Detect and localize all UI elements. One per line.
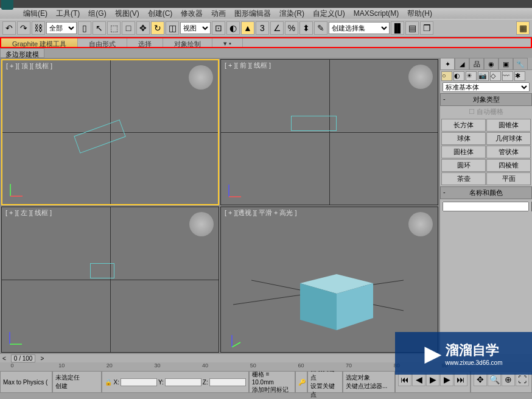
angle-icon[interactable]: ∠ <box>270 21 284 35</box>
geosphere-button[interactable]: 几何球体 <box>486 132 531 145</box>
ribbon-paint[interactable]: 对象绘制 <box>163 38 212 47</box>
utilities-tab-icon[interactable]: 🔧 <box>513 58 528 70</box>
menu-graph[interactable]: 图形编辑器 <box>231 7 275 20</box>
grid-status: 栅格 = 10.0mm <box>252 370 293 386</box>
named-sel-select[interactable]: 创建选择集 <box>329 22 390 34</box>
object-name-input[interactable] <box>443 202 529 211</box>
cylinder-button[interactable]: 圆柱体 <box>441 146 486 158</box>
menu-anim[interactable]: 动画 <box>208 7 229 20</box>
move-icon[interactable]: ✥ <box>136 21 150 35</box>
zoom-icon[interactable]: 🔍 <box>488 373 501 386</box>
menu-view[interactable]: 视图(V) <box>111 7 143 20</box>
pan-icon[interactable]: ✥ <box>474 373 487 386</box>
setkey-button[interactable]: 设置关键点 <box>310 382 340 399</box>
time-slider-handle[interactable]: 0 / 100 <box>11 355 36 362</box>
rollout-name-color[interactable]: -名称和颜色 <box>440 186 532 199</box>
shapes-icon[interactable]: ◐ <box>453 71 464 81</box>
cameras-icon[interactable]: 📷 <box>478 71 489 81</box>
viewport-front[interactable]: [ + ][ 前 ][ 线框 ] <box>220 59 438 205</box>
menu-render[interactable]: 渲染(R) <box>276 7 308 20</box>
plane-button[interactable]: 平面 <box>486 172 531 185</box>
systems-icon[interactable]: ✱ <box>514 71 525 81</box>
x-input[interactable] <box>121 378 157 386</box>
ribbon-graphite[interactable]: Graphite 建模工具 <box>1 38 78 47</box>
mirror-icon[interactable]: ▐▌ <box>391 21 404 35</box>
redo-icon[interactable]: ↷ <box>17 21 30 35</box>
select-icon[interactable]: ▯ <box>78 21 91 35</box>
geom-icon[interactable]: ○ <box>441 71 452 81</box>
torus-button[interactable]: 圆环 <box>441 159 486 172</box>
teapot-button[interactable]: 茶壶 <box>441 172 486 185</box>
menu-group[interactable]: 组(G) <box>85 7 110 20</box>
edit-icon[interactable]: ✎ <box>314 21 327 35</box>
display-tab-icon[interactable]: ▣ <box>499 58 513 70</box>
viewport-top[interactable]: [ + ][ 顶 ][ 线框 ] <box>1 59 219 205</box>
goto-end-icon[interactable]: ⏭ <box>454 373 467 386</box>
sel-obj[interactable]: 选定对象 <box>346 373 392 382</box>
cursor-icon[interactable]: ↖ <box>93 21 106 35</box>
snap3-icon[interactable]: 3 <box>256 21 269 35</box>
ribbon-freeform[interactable]: 自由形式 <box>78 38 127 47</box>
sub-tab-polymodel[interactable]: 多边形建模 <box>0 48 44 58</box>
menu-edit[interactable]: 编辑(E) <box>19 7 51 20</box>
percent-icon[interactable]: % <box>285 21 298 35</box>
pyramid-button[interactable]: 四棱锥 <box>486 159 531 172</box>
render-icon[interactable]: ▦ <box>516 21 530 35</box>
menu-maxscript[interactable]: MAXScript(M) <box>350 8 403 19</box>
menu-create[interactable]: 创建(C) <box>144 7 177 20</box>
ribbon-toggle[interactable]: ▾ ▪ <box>212 38 243 47</box>
menu-help[interactable]: 帮助(H) <box>404 7 436 20</box>
goto-start-icon[interactable]: ⏮ <box>398 373 411 386</box>
layers-icon[interactable]: ❐ <box>420 21 433 35</box>
tube-button[interactable]: 管状体 <box>486 146 531 158</box>
category-select[interactable]: 标准基本体 <box>443 82 530 92</box>
rollout-object-type[interactable]: -对象类型 <box>440 93 532 106</box>
refsys-select[interactable]: 视图 <box>180 22 211 34</box>
script-listener[interactable]: Max to Physics ( <box>0 371 52 393</box>
manip-icon[interactable]: ◐ <box>226 21 240 35</box>
scale-icon[interactable]: ◫ <box>166 21 179 35</box>
viewport-left[interactable]: [ + ][ 左 ][ 线框 ] <box>1 207 219 353</box>
keymode-icon[interactable]: ▲ <box>241 21 254 35</box>
key-icon[interactable]: 🔑 <box>295 371 307 393</box>
hierarchy-tab-icon[interactable]: 品 <box>469 58 484 70</box>
ribbon-select[interactable]: 选择 <box>127 38 163 47</box>
y-input[interactable] <box>165 378 201 386</box>
align-icon[interactable]: ▤ <box>405 21 419 35</box>
spinner-icon[interactable]: ⬍ <box>299 21 313 35</box>
maximize-icon[interactable]: ⛶ <box>516 373 529 386</box>
autogrid-checkbox[interactable]: ☐ 自动栅格 <box>440 106 532 118</box>
add-time-tag[interactable]: 添加时间标记 <box>252 386 293 394</box>
viewcube-icon[interactable] <box>408 65 433 89</box>
orbit-icon[interactable]: ⊕ <box>502 373 515 386</box>
window-icon[interactable]: □ <box>122 21 135 35</box>
modify-tab-icon[interactable]: ◢ <box>455 58 469 70</box>
undo-icon[interactable]: ↶ <box>2 21 16 35</box>
viewcube-icon[interactable] <box>189 212 214 236</box>
box-button[interactable]: 长方体 <box>441 119 486 132</box>
link-icon[interactable]: ⛓ <box>32 21 45 35</box>
next-frame-icon[interactable]: ▶ <box>440 373 453 386</box>
motion-tab-icon[interactable]: ◉ <box>484 58 499 70</box>
helpers-icon[interactable]: ◇ <box>490 71 501 81</box>
filter-select[interactable]: 全部 <box>46 22 77 34</box>
menu-custom[interactable]: 自定义(U) <box>309 7 349 20</box>
play-icon[interactable]: ▶ <box>426 373 439 386</box>
menu-modifiers[interactable]: 修改器 <box>177 7 206 20</box>
key-filter[interactable]: 关键点过滤器... <box>346 382 392 390</box>
box-object[interactable] <box>294 262 385 335</box>
crossing-icon[interactable]: ⬚ <box>107 21 121 35</box>
viewport-perspective[interactable]: [ + ][透视 ][ 平滑 + 高光 ] <box>220 207 438 353</box>
menu-tools[interactable]: 工具(T) <box>52 7 83 20</box>
viewcube-icon[interactable] <box>189 65 213 90</box>
z-input[interactable] <box>209 378 246 386</box>
lights-icon[interactable]: ☀ <box>466 71 477 81</box>
sphere-button[interactable]: 球体 <box>441 132 486 145</box>
rotate-icon[interactable]: ↻ <box>151 21 164 35</box>
space-icon[interactable]: 〰 <box>502 71 513 81</box>
create-tab-icon[interactable]: ✦ <box>440 58 455 70</box>
cone-button[interactable]: 圆锥体 <box>486 119 531 132</box>
prev-frame-icon[interactable]: ◀ <box>412 373 425 386</box>
main-toolbar: ↶ ↷ ⛓ 全部 ▯ ↖ ⬚ □ ✥ ↻ ◫ 视图 ⊡ ◐ ▲ 3 ∠ % ⬍ … <box>0 19 532 37</box>
center-icon[interactable]: ⊡ <box>212 21 225 35</box>
